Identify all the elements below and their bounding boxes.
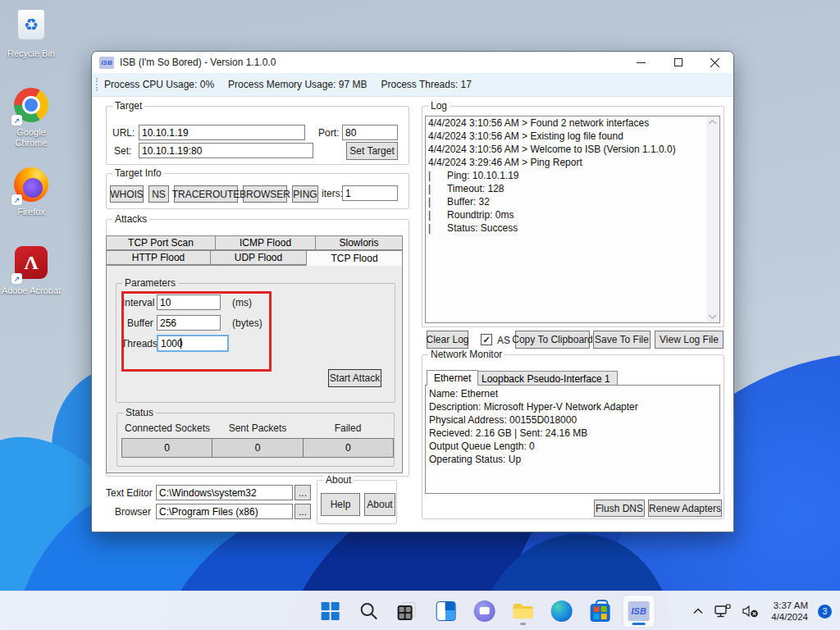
threads-input-focused[interactable] — [157, 335, 229, 352]
tab-udp-flood[interactable]: UDP Flood — [210, 250, 307, 265]
ping-button[interactable]: PING — [292, 185, 318, 203]
log-group-label: Log — [428, 100, 450, 112]
edge-button[interactable] — [546, 596, 578, 627]
connected-sockets-header: Connected Sockets — [122, 422, 212, 434]
isb-taskbar-icon: ISB — [628, 601, 650, 621]
interval-unit: (ms) — [232, 297, 252, 308]
process-status-strip: Process CPU Usage: 0% Process Memory Usa… — [92, 73, 733, 97]
as-checkbox-label: AS — [497, 335, 510, 346]
tab-tcp-port-scan[interactable]: TCP Port Scan — [106, 235, 216, 250]
log-line: | Status: Success — [426, 221, 719, 235]
log-line: | Timeout: 128 — [426, 182, 719, 195]
isb-app-icon: ISB — [99, 57, 114, 69]
taskbar-clock[interactable]: 3:37 AM 4/4/2024 — [766, 600, 813, 623]
search-button[interactable] — [354, 596, 385, 627]
tab-ethernet-active[interactable]: Ethernet — [427, 370, 478, 386]
browser-browse-button[interactable]: ... — [294, 504, 311, 519]
flush-dns-button[interactable]: Flush DNS — [594, 500, 645, 517]
desktop-icon-label: Firefox — [0, 207, 62, 217]
status-group-label: Status — [123, 407, 156, 418]
copy-to-clipboard-button[interactable]: Copy To Clipboard — [515, 331, 590, 349]
shortcut-arrow-icon: ↗ — [11, 194, 22, 205]
log-list[interactable]: 4/4/2024 3:10:56 AM > Found 2 network in… — [425, 116, 720, 323]
buffer-input[interactable] — [157, 315, 221, 331]
status-headers: Connected Sockets Sent Packets Failed — [122, 422, 393, 434]
desktop-icon-adobe-acrobat[interactable]: Λ ↗ Adobe Acrobat — [0, 244, 62, 296]
isb-taskbar-button-active[interactable]: ISB — [623, 596, 655, 627]
status-values: 0 0 0 — [122, 438, 394, 458]
network-info-line: Output Queue Length: 0 — [429, 440, 716, 453]
log-line: 4/4/2024 3:29:46 AM > Ping Report — [426, 156, 719, 169]
log-line: 4/4/2024 3:10:56 AM > Welcome to ISB (Ve… — [426, 143, 719, 156]
text-editor-browse-button[interactable]: ... — [294, 485, 311, 500]
about-button[interactable]: About — [364, 493, 395, 516]
close-button[interactable] — [696, 52, 733, 73]
save-to-file-button[interactable]: Save To File — [593, 331, 651, 349]
tab-slowloris[interactable]: Slowloris — [315, 235, 403, 250]
network-info-line: Operating Status: Up — [429, 453, 716, 466]
text-editor-input[interactable] — [156, 485, 293, 500]
iters-label: iters: — [322, 188, 343, 199]
widgets-button[interactable] — [431, 596, 462, 627]
renew-adapters-button[interactable]: Renew Adapters — [648, 500, 722, 517]
desktop-icon-firefox[interactable]: ↗ Firefox — [0, 167, 62, 217]
view-log-file-button[interactable]: View Log File — [655, 331, 724, 349]
chat-button[interactable] — [469, 596, 500, 627]
sent-packets-value: 0 — [212, 438, 303, 458]
log-line: | Ping: 10.10.1.19 — [426, 169, 719, 182]
browser-button[interactable]: BROWSER — [243, 185, 287, 203]
desktop-icon-label: Adobe Acrobat — [0, 285, 62, 296]
network-tray-button[interactable] — [710, 596, 735, 626]
task-view-button[interactable] — [392, 596, 423, 627]
store-button[interactable] — [585, 596, 616, 627]
start-button[interactable] — [315, 596, 346, 627]
ns-button[interactable]: NS — [148, 185, 169, 203]
desktop-icon-google-chrome[interactable]: ↗ Google Chrome — [0, 87, 62, 148]
edge-icon — [551, 600, 573, 622]
chevron-up-icon — [693, 608, 703, 614]
tab-icmp-flood[interactable]: ICMP Flood — [215, 235, 316, 250]
help-button[interactable]: Help — [321, 493, 360, 516]
log-scrollbar[interactable] — [706, 117, 719, 322]
scroll-up-icon[interactable] — [709, 120, 716, 125]
interval-input[interactable] — [157, 294, 221, 310]
chat-icon — [474, 600, 495, 622]
failed-header: Failed — [303, 422, 393, 434]
iters-input[interactable] — [342, 185, 398, 201]
about-group-label: About — [323, 474, 354, 486]
search-icon — [359, 601, 379, 621]
maximize-button[interactable] — [660, 52, 696, 73]
url-label: URL: — [112, 127, 135, 139]
scroll-down-icon[interactable] — [709, 314, 716, 319]
network-info-line: Physical Address: 00155D018000 — [429, 413, 716, 427]
file-explorer-button[interactable] — [508, 596, 539, 627]
active-app-indicator — [632, 623, 646, 625]
minimize-button[interactable] — [623, 52, 660, 73]
tray-chevron-button[interactable] — [689, 596, 707, 626]
recycle-bin-icon: ♻ — [17, 9, 45, 40]
connected-sockets-value: 0 — [121, 438, 212, 458]
whois-button[interactable]: WHOIS — [110, 185, 144, 203]
volume-tray-button[interactable] — [738, 596, 763, 626]
tab-http-flood[interactable]: HTTP Flood — [106, 250, 211, 265]
network-info-line: Recieved: 2.16 GB | Sent: 24.16 MB — [429, 427, 716, 440]
browser-input[interactable] — [156, 504, 293, 519]
set-target-button[interactable]: Set Target — [346, 142, 398, 160]
start-attack-button[interactable]: Start Attack — [328, 369, 381, 387]
as-checkbox[interactable]: ✓ — [481, 334, 492, 345]
traceroute-button[interactable]: TRACEROUTE — [174, 185, 238, 203]
tab-tcp-flood-active[interactable]: TCP Flood — [306, 250, 403, 266]
network-monitor-group-label: Network Monitor — [428, 349, 504, 360]
set-input[interactable] — [139, 143, 313, 158]
threads-label: Threads — [121, 338, 158, 349]
browser-label: Browser — [115, 506, 151, 518]
title-bar[interactable]: ISB ISB (I'm So Bored) - Version 1.1.0.0 — [92, 52, 733, 73]
clear-log-button[interactable]: Clear Log — [427, 331, 468, 349]
notification-badge[interactable]: 3 — [818, 605, 832, 619]
log-line: | Roundtrip: 0ms — [426, 208, 719, 221]
attacks-group-label: Attacks — [112, 213, 149, 225]
port-input[interactable] — [342, 125, 398, 140]
desktop-icon-recycle-bin[interactable]: ♻ Recycle Bin — [0, 7, 62, 59]
url-input[interactable] — [139, 125, 305, 140]
clock-date: 4/4/2024 — [771, 611, 808, 623]
